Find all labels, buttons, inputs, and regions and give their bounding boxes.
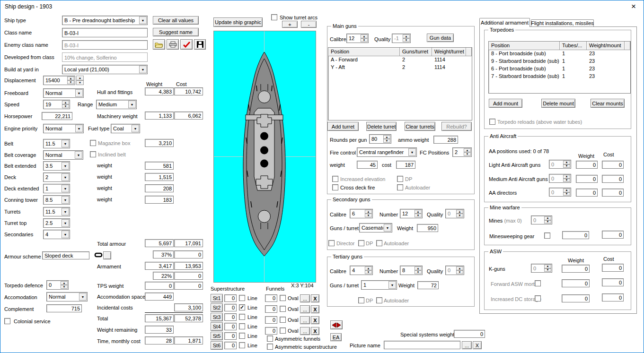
tertiary-dp-checkbox[interactable] [358, 297, 364, 303]
medium-aa-spinner[interactable]: 0▲▼ [549, 174, 571, 183]
st5-value[interactable]: 0 [224, 332, 237, 340]
chevron-down-icon[interactable]: ▼ [384, 224, 391, 232]
spin-down-icon[interactable]: ▼ [365, 270, 372, 274]
developed-from-input[interactable]: 10% change, Solferino [62, 52, 148, 62]
spin-up-icon[interactable]: ▲ [365, 210, 372, 214]
spin-down-icon[interactable]: ▼ [383, 139, 390, 143]
secondary-dp-checkbox[interactable] [358, 240, 364, 246]
picture-name-input[interactable] [384, 341, 460, 349]
spin-down-icon[interactable]: ▼ [67, 80, 74, 84]
chevron-down-icon[interactable]: ▼ [62, 173, 69, 181]
st4-value[interactable]: 0 [224, 323, 237, 330]
chevron-down-icon[interactable]: ▼ [62, 196, 69, 204]
funnel2-browse-button[interactable]: ... [300, 305, 310, 313]
torpedo-mount-row[interactable]: 7 - Starboard broadside (sub) 1 23 [489, 73, 630, 80]
st2-value[interactable]: 0 [224, 304, 237, 311]
spin-down-icon[interactable]: ▼ [415, 270, 422, 274]
st1-line-checkbox[interactable] [239, 295, 245, 301]
main-calibre-spinner[interactable]: 12▲▼ [346, 34, 369, 43]
torpedo-mount-row[interactable]: 8 - Port broadside (sub) 1 23 [489, 50, 630, 58]
spin-down-icon[interactable]: ▼ [464, 152, 471, 156]
st6-value[interactable]: 0 [224, 342, 237, 349]
rounds-per-gun-spinner[interactable]: 80▲▼ [369, 134, 391, 144]
spin-up-icon[interactable]: ▲ [563, 175, 570, 179]
funnel1-browse-button[interactable]: ... [300, 294, 310, 302]
st5-line-checkbox[interactable] [239, 333, 245, 339]
ship-top-view-canvas[interactable] [213, 31, 316, 283]
secondary-number-spinner[interactable]: 12▲▼ [400, 209, 423, 218]
tertiary-number-spinner[interactable]: 8▲▼ [400, 266, 423, 275]
build-yard-dropdown[interactable]: Local yard (21,000)▼ [62, 65, 148, 74]
range-dropdown[interactable]: Medium▼ [96, 100, 137, 109]
zoom-in-button[interactable]: + [282, 21, 298, 28]
chevron-down-icon[interactable]: ▼ [408, 148, 416, 156]
armour-scheme-picker-button[interactable] [103, 251, 111, 259]
spin-up-icon[interactable]: ▲ [456, 210, 463, 214]
increased-dc-storage-checkbox[interactable] [535, 295, 541, 301]
gun-data-button[interactable]: Gun data [427, 34, 454, 42]
st6-button[interactable]: St6 [211, 341, 223, 350]
main-guns-table[interactable]: Position Guns/turret Weight/turret A - F… [328, 47, 472, 121]
spin-down-icon[interactable]: ▼ [361, 38, 368, 42]
clear-turrets-button[interactable]: Clear turrets [405, 122, 435, 131]
light-aa-spinner[interactable]: 0▲▼ [549, 160, 571, 169]
funnel2-oval-checkbox[interactable] [280, 306, 286, 312]
accomodation-dropdown[interactable]: Normal▼ [46, 292, 88, 301]
secondary-autoloader-checkbox[interactable] [376, 240, 382, 246]
picture-remove-button[interactable]: X [473, 341, 482, 349]
tab-flight-installations[interactable]: Flight installations, missiles [531, 19, 594, 26]
conning-tower-dropdown[interactable]: 8.5▼ [43, 195, 70, 205]
freeboard-dropdown[interactable]: Normal▼ [43, 88, 84, 98]
validate-button[interactable] [180, 39, 193, 50]
chevron-down-icon[interactable]: ▼ [132, 125, 139, 132]
suggest-name-button[interactable]: Suggest name [153, 28, 199, 36]
funnel1-delete-button[interactable]: X [311, 294, 319, 302]
turret-top-dropdown[interactable]: 2.5▼ [43, 218, 70, 228]
chevron-down-icon[interactable]: ▼ [128, 101, 136, 108]
spin-up-icon[interactable]: ▲ [61, 281, 68, 285]
torpedo-reloads-checkbox[interactable] [489, 119, 495, 125]
enemy-class-name-input[interactable]: B-03-I [62, 40, 148, 50]
spin-up-icon[interactable]: ▲ [67, 77, 74, 80]
chevron-down-icon[interactable]: ▼ [62, 219, 69, 227]
st3-button[interactable]: St3 [211, 313, 223, 321]
spin-up-icon[interactable]: ▲ [62, 101, 69, 104]
chevron-down-icon[interactable]: ▼ [75, 151, 82, 159]
spin-up-icon[interactable]: ▲ [563, 161, 570, 164]
add-mount-button[interactable]: Add mount [489, 99, 522, 108]
fuel-type-dropdown[interactable]: Coal▼ [111, 124, 140, 133]
deck-extended-dropdown[interactable]: 1▼ [43, 184, 70, 193]
funnel4-value[interactable]: 0 [265, 327, 277, 335]
belt-dropdown[interactable]: 11.5▼ [43, 139, 70, 148]
aa-directors-spinner[interactable]: 0▲▼ [549, 188, 571, 197]
funnel3-browse-button[interactable]: ... [300, 316, 310, 324]
st3-value[interactable]: 0 [224, 313, 237, 321]
funnel3-value[interactable]: 0 [265, 316, 277, 324]
mines-spinner[interactable]: 0▲▼ [531, 215, 552, 224]
spin-up-icon[interactable]: ▲ [563, 189, 570, 192]
cross-deck-fire-checkbox[interactable] [332, 184, 338, 190]
spin-down-icon[interactable]: ▼ [456, 214, 463, 217]
print-button[interactable] [167, 39, 179, 50]
spin-down-icon[interactable]: ▼ [61, 285, 68, 289]
secondaries-dropdown[interactable]: 4▼ [43, 230, 70, 239]
spin-up-icon[interactable]: ▲ [456, 267, 463, 270]
close-icon[interactable]: × [626, 1, 642, 12]
funnel1-value[interactable]: 0 [265, 294, 277, 302]
chevron-down-icon[interactable]: ▼ [79, 293, 87, 301]
ship-type-dropdown[interactable]: B - Pre dreadnought battleship▼ [62, 16, 148, 25]
secondary-guns-per-turret-dropdown[interactable]: Casemate:▼ [359, 223, 392, 232]
funnel4-oval-checkbox[interactable] [280, 327, 286, 334]
titlebar[interactable]: Ship design - 1903 × [0, 0, 644, 13]
main-gun-row[interactable]: Y - Aft 2 1114 [328, 64, 472, 71]
funnel3-delete-button[interactable]: X [311, 316, 319, 324]
funnel1-oval-checkbox[interactable] [280, 295, 286, 301]
funnel4-delete-button[interactable]: X [311, 327, 319, 335]
chevron-down-icon[interactable]: ▼ [75, 125, 83, 132]
st4-button[interactable]: St4 [211, 322, 223, 331]
secondary-calibre-spinner[interactable]: 6▲▼ [350, 209, 373, 218]
fire-control-dropdown[interactable]: Central rangefinder▼ [357, 147, 417, 157]
spin-up-icon[interactable]: ▲ [361, 34, 368, 38]
picture-browse-button[interactable]: ... [462, 341, 472, 349]
tertiary-guns-per-turret-dropdown[interactable]: 1▼ [361, 280, 397, 290]
